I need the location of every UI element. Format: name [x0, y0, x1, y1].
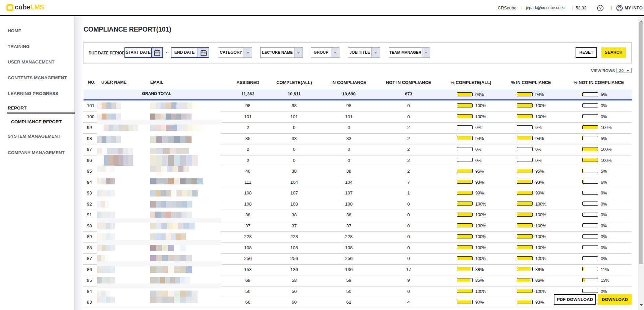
svg-text:?: ?: [599, 6, 601, 10]
